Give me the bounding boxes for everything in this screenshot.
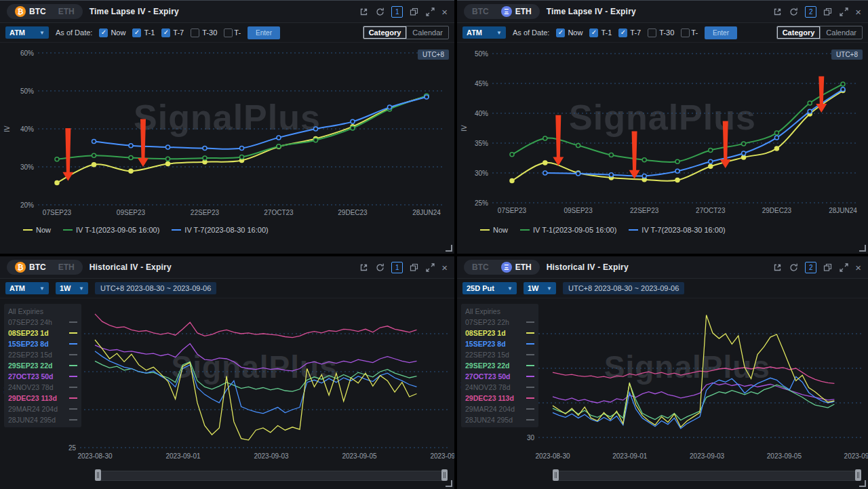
expand-icon[interactable] xyxy=(839,262,849,273)
expiry-list-item[interactable]: 29SEP23 22d xyxy=(8,360,77,371)
date-range-chip[interactable]: UTC+8 2023-08-30 ~ 2023-09-06 xyxy=(563,282,684,294)
series-dash-icon xyxy=(69,419,77,420)
checkbox-t1[interactable]: T-1 xyxy=(132,28,155,37)
period-select[interactable]: 1W xyxy=(56,282,88,294)
expiry-list-item[interactable]: 29SEP23 22d xyxy=(465,360,534,371)
time-lapse-chart-btc[interactable]: 20%30%40%50%60%IV07SEP2309SEP2322SEP2327… xyxy=(0,43,454,254)
expiry-list-item[interactable]: 07SEP23 24h xyxy=(8,317,77,328)
expand-icon[interactable] xyxy=(425,262,435,273)
resize-handle[interactable] xyxy=(859,245,866,252)
expiry-list-item[interactable]: All Expiries xyxy=(465,306,534,317)
scrollbar-handle-left[interactable] xyxy=(95,469,101,481)
tab-eth[interactable]: ETH xyxy=(496,261,537,273)
checkbox-t7[interactable]: T-7 xyxy=(161,28,184,37)
svg-text:45%: 45% xyxy=(475,80,488,87)
resize-handle[interactable] xyxy=(859,480,866,487)
tab-btc[interactable]: BTC xyxy=(9,261,52,273)
t-custom-days-input[interactable] xyxy=(248,26,280,39)
expiry-list-item[interactable]: 29MAR24 204d xyxy=(465,404,534,414)
expiry-list-item[interactable]: 07SEP23 22h xyxy=(465,317,534,328)
expiry-list-item[interactable]: 08SEP23 1d xyxy=(465,328,534,338)
resize-handle[interactable] xyxy=(446,245,452,252)
date-range-chip[interactable]: UTC+8 2023-08-30 ~ 2023-09-06 xyxy=(95,282,216,294)
category-view-button[interactable]: Category xyxy=(777,26,821,39)
scrollbar-handle-right[interactable] xyxy=(441,469,448,481)
expiry-list-item[interactable]: 29DEC23 113d xyxy=(8,393,77,404)
expiry-list-item[interactable]: 27OCT23 50d xyxy=(465,371,534,382)
refresh-icon[interactable] xyxy=(375,262,385,273)
legend-item[interactable]: IV T-7(2023-08-30 16:00) xyxy=(629,226,725,234)
expiry-list-item[interactable]: 22SEP23 15d xyxy=(8,349,77,360)
calendar-view-button[interactable]: Calendar xyxy=(406,26,448,39)
tab-eth[interactable]: ETH xyxy=(53,262,80,273)
expiry-list-item[interactable]: 27OCT23 50d xyxy=(8,371,77,382)
open-external-icon[interactable] xyxy=(359,262,369,273)
expiry-list-item[interactable]: All Expiries xyxy=(8,306,77,317)
close-icon[interactable] xyxy=(855,7,861,17)
tab-eth[interactable]: ETH xyxy=(496,5,537,18)
window-number-badge[interactable]: 2 xyxy=(805,6,816,18)
duplicate-icon[interactable] xyxy=(409,262,419,273)
expiry-list-item[interactable]: 15SEP23 8d xyxy=(465,338,534,349)
close-icon[interactable] xyxy=(441,7,448,17)
duplicate-icon[interactable] xyxy=(409,7,419,17)
checkbox-t-custom[interactable]: T- xyxy=(681,28,698,37)
expiry-list-item[interactable]: 15SEP23 8d xyxy=(8,338,77,349)
expiry-list-item[interactable]: 22SEP23 15d xyxy=(465,349,534,360)
duplicate-icon[interactable] xyxy=(823,7,833,17)
resize-handle[interactable] xyxy=(446,480,452,487)
tab-eth[interactable]: ETH xyxy=(53,6,80,17)
checkbox-t30[interactable]: T-30 xyxy=(648,28,674,37)
period-select[interactable]: 1W xyxy=(524,282,556,294)
expiry-list-item[interactable]: 28JUN24 295d xyxy=(465,414,534,425)
expiry-list-item[interactable]: 29DEC23 113d xyxy=(465,393,534,404)
scrollbar-track[interactable] xyxy=(95,471,448,481)
refresh-icon[interactable] xyxy=(375,7,385,17)
tab-btc[interactable]: BTC xyxy=(467,6,494,17)
expiry-list-item[interactable]: 29MAR24 204d xyxy=(8,404,77,414)
scrollbar-track[interactable] xyxy=(553,471,861,481)
window-number-badge[interactable]: 2 xyxy=(805,262,816,273)
refresh-icon[interactable] xyxy=(789,7,799,17)
time-lapse-chart-eth[interactable]: 25%30%35%40%45%50%IV07SEP2309SEP2322SEP2… xyxy=(457,43,868,254)
refresh-icon[interactable] xyxy=(789,262,799,273)
checkbox-now[interactable]: Now xyxy=(99,28,125,37)
expiry-list-item[interactable]: 24NOV23 78d xyxy=(465,382,534,393)
legend-item[interactable]: IV T-7(2023-08-30 16:00) xyxy=(172,226,268,234)
legend-item[interactable]: Now xyxy=(23,226,51,234)
scrollbar-handle-right[interactable] xyxy=(855,469,861,481)
close-icon[interactable] xyxy=(855,262,861,273)
expiry-list-item[interactable]: 24NOV23 78d xyxy=(8,382,77,393)
tab-btc[interactable]: BTC xyxy=(9,5,52,18)
strike-select[interactable]: ATM xyxy=(462,26,506,39)
t-custom-days-input[interactable] xyxy=(705,26,737,39)
close-icon[interactable] xyxy=(441,262,448,273)
checkbox-t7[interactable]: T-7 xyxy=(618,28,641,37)
duplicate-icon[interactable] xyxy=(823,262,833,273)
scrollbar-handle-left[interactable] xyxy=(553,469,559,481)
open-external-icon[interactable] xyxy=(772,262,783,273)
calendar-view-button[interactable]: Calendar xyxy=(820,26,862,39)
window-number-badge[interactable]: 1 xyxy=(391,262,403,273)
strike-select[interactable]: ATM xyxy=(5,282,49,294)
svg-text:20%: 20% xyxy=(20,201,34,209)
checkbox-now[interactable]: Now xyxy=(556,28,583,37)
panel-eth-historical: BTC ETH Historical IV - Expiry 2 25D Put… xyxy=(457,256,868,489)
checkbox-t30[interactable]: T-30 xyxy=(191,28,217,37)
legend-item[interactable]: IV T-1(2023-09-05 16:00) xyxy=(520,226,616,234)
legend-item[interactable]: Now xyxy=(480,226,508,234)
checkbox-t1[interactable]: T-1 xyxy=(589,28,612,37)
window-number-badge[interactable]: 1 xyxy=(391,6,403,18)
category-view-button[interactable]: Category xyxy=(363,26,407,39)
open-external-icon[interactable] xyxy=(359,7,369,17)
legend-item[interactable]: IV T-1(2023-09-05 16:00) xyxy=(63,226,159,234)
tab-btc[interactable]: BTC xyxy=(467,262,494,273)
expiry-list-item[interactable]: 28JUN24 295d xyxy=(8,414,77,425)
expand-icon[interactable] xyxy=(425,7,435,17)
open-external-icon[interactable] xyxy=(772,7,783,17)
strike-select[interactable]: ATM xyxy=(5,26,49,39)
expiry-list-item[interactable]: 08SEP23 1d xyxy=(8,328,77,338)
strike-select[interactable]: 25D Put xyxy=(462,282,517,294)
expand-icon[interactable] xyxy=(839,7,849,17)
checkbox-t-custom[interactable]: T- xyxy=(224,28,241,37)
